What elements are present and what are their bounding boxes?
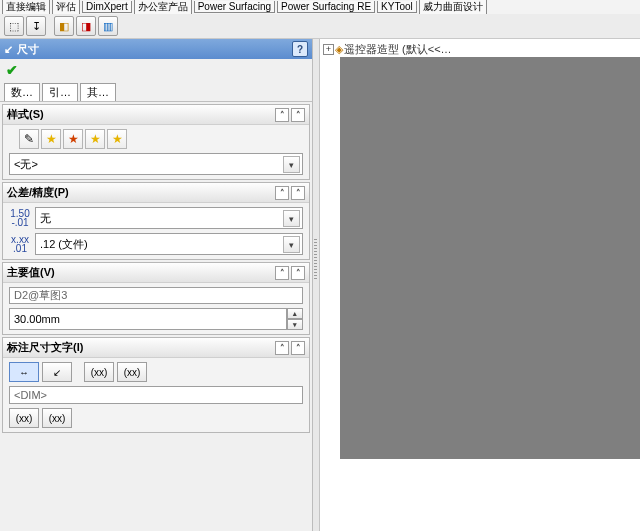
precision-select[interactable]: .12 (文件) ▾ <box>35 233 303 255</box>
feature-tree-label: 遥控器造型 (默认<<… <box>344 42 452 57</box>
property-panel: ↙ 尺寸 ? ✔ 数… 引… 其… 样式(S) ˄˄ <box>0 39 313 531</box>
chevron-down-icon[interactable]: ▾ <box>283 156 300 173</box>
toolbar-btn-1[interactable]: ⬚ <box>4 16 24 36</box>
collapse2-icon[interactable]: ˄ <box>291 266 305 280</box>
menu-tab[interactable]: 评估 <box>52 0 80 14</box>
collapse-icon[interactable]: ˄ <box>275 266 289 280</box>
favorites-row: ✎ ★ ★ ★ ★ <box>19 129 303 149</box>
paren2-button[interactable]: (xx) <box>117 362 147 382</box>
menu-tab[interactable]: 威力曲面设计 <box>419 0 487 14</box>
section-tolerance: 公差/精度(P) ˄˄ 1.50-.01 无 ▾ x.xx.01 <box>2 182 310 260</box>
dimension-name-input[interactable]: D2@草图3 <box>9 287 303 304</box>
fav-edit-icon[interactable]: ✎ <box>19 129 39 149</box>
menu-tab[interactable]: Power Surfacing <box>194 1 275 13</box>
panel-tabs: 数… 引… 其… <box>0 81 312 102</box>
collapse-icon[interactable]: ˄ <box>275 341 289 355</box>
spin-down-icon[interactable]: ▾ <box>287 319 303 330</box>
tolerance-type-icon: 1.50-.01 <box>9 209 31 227</box>
section-primary-header[interactable]: 主要值(V) ˄˄ <box>3 263 309 283</box>
collapse-icon[interactable]: ˄ <box>275 108 289 122</box>
menubar: 直接编辑 评估 DimXpert 办公室产品 Power Surfacing P… <box>0 0 640 14</box>
toolbar-btn-3[interactable]: ◧ <box>54 16 74 36</box>
section-tolerance-header[interactable]: 公差/精度(P) ˄˄ <box>3 183 309 203</box>
precision-icon: x.xx.01 <box>9 235 31 253</box>
confirm-row: ✔ <box>0 59 312 81</box>
collapse-icon[interactable]: ˄ <box>275 186 289 200</box>
collapse2-icon[interactable]: ˄ <box>291 108 305 122</box>
tab-values[interactable]: 数… <box>4 83 40 101</box>
spin-up-icon[interactable]: ▴ <box>287 308 303 319</box>
section-primary-value: 主要值(V) ˄˄ D2@草图3 30.00mm ▴ ▾ <box>2 262 310 335</box>
menu-tab[interactable]: 直接编辑 <box>2 0 50 14</box>
splitter-handle[interactable] <box>313 39 320 531</box>
style-select[interactable]: <无> ▾ <box>9 153 303 175</box>
chevron-down-icon[interactable]: ▾ <box>283 210 300 227</box>
toolbar-btn-4[interactable]: ◨ <box>76 16 96 36</box>
paren3-button[interactable]: (xx) <box>9 408 39 428</box>
menu-tab[interactable]: 办公室产品 <box>134 0 192 14</box>
fav-star-load-icon[interactable]: ★ <box>107 129 127 149</box>
fav-star-remove-icon[interactable]: ★ <box>63 129 83 149</box>
section-dimtext-header[interactable]: 标注尺寸文字(I) ˄˄ <box>3 338 309 358</box>
collapse2-icon[interactable]: ˄ <box>291 186 305 200</box>
paren4-button[interactable]: (xx) <box>42 408 72 428</box>
dimension-icon: ↙ <box>4 43 13 56</box>
tab-other[interactable]: 其… <box>80 83 116 101</box>
menu-tab[interactable]: DimXpert <box>82 1 132 13</box>
mini-toolbar: ⬚ ↧ ◧ ◨ ▥ <box>0 14 640 39</box>
toolbar-btn-2[interactable]: ↧ <box>26 16 46 36</box>
section-style: 样式(S) ˄˄ ✎ ★ ★ ★ ★ <无> ▾ <box>2 104 310 180</box>
help-button[interactable]: ? <box>292 41 308 57</box>
graphics-viewport[interactable]: + ◈ 遥控器造型 (默认<<… 70° 30 <box>320 39 640 531</box>
panel-title: 尺寸 <box>17 42 39 57</box>
tolerance-select[interactable]: 无 ▾ <box>35 207 303 229</box>
collapse2-icon[interactable]: ˄ <box>291 341 305 355</box>
section-style-header[interactable]: 样式(S) ˄˄ <box>3 105 309 125</box>
section-dimension-text: 标注尺寸文字(I) ˄˄ ↔ ↙ (xx) (xx) <DIM> <box>2 337 310 433</box>
menu-tab[interactable]: Power Surfacing RE <box>277 1 375 13</box>
feature-tree-item[interactable]: + ◈ 遥控器造型 (默认<<… <box>323 42 452 57</box>
dimension-text-input[interactable]: <DIM> <box>9 386 303 404</box>
chevron-down-icon[interactable]: ▾ <box>283 236 300 253</box>
expand-icon[interactable]: + <box>323 44 334 55</box>
model-face <box>340 57 640 459</box>
dimension-value-input[interactable]: 30.00mm <box>9 308 287 330</box>
tab-leaders[interactable]: 引… <box>42 83 78 101</box>
menu-tab[interactable]: KYTool <box>377 1 417 13</box>
part-icon: ◈ <box>335 43 343 56</box>
paren1-button[interactable]: (xx) <box>84 362 114 382</box>
ok-check-icon[interactable]: ✔ <box>6 62 18 78</box>
panel-header: ↙ 尺寸 ? <box>0 39 312 59</box>
fav-star-add-icon[interactable]: ★ <box>41 129 61 149</box>
align-horiz-button[interactable]: ↔ <box>9 362 39 382</box>
fav-star-save-icon[interactable]: ★ <box>85 129 105 149</box>
toolbar-btn-5[interactable]: ▥ <box>98 16 118 36</box>
align-diag-button[interactable]: ↙ <box>42 362 72 382</box>
